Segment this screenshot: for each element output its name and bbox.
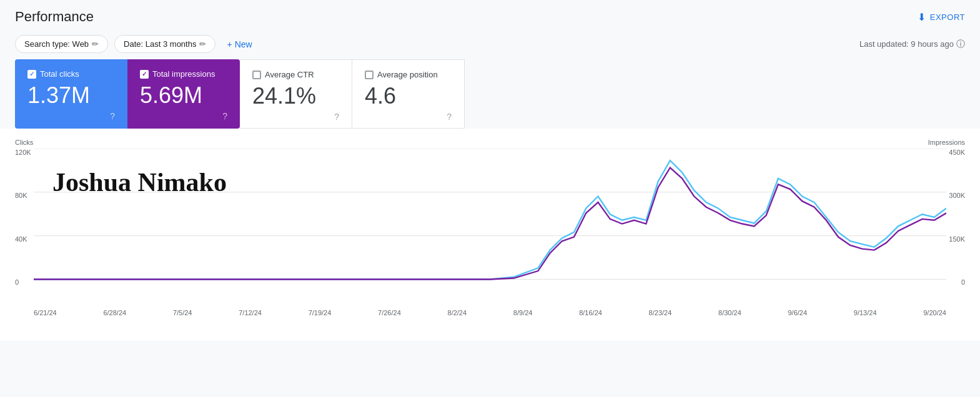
- position-label: Average position: [377, 70, 438, 79]
- export-icon: ⬇: [918, 11, 926, 23]
- average-ctr-card[interactable]: Average CTR 24.1% ?: [240, 59, 352, 129]
- header: Performance ⬇ EXPORT: [0, 0, 980, 31]
- date-chip[interactable]: Date: Last 3 months ✏: [114, 35, 215, 53]
- chart-axis-labels: Clicks Impressions: [15, 139, 965, 146]
- performance-chart: [34, 149, 946, 286]
- date-label: Date: Last 3 months: [124, 39, 196, 49]
- clicks-line: [34, 160, 946, 279]
- total-clicks-card[interactable]: Total clicks 1.37M ?: [15, 59, 127, 129]
- ctr-checkbox[interactable]: [252, 71, 261, 79]
- last-updated-text: Last updated: 9 hours ago: [859, 39, 954, 49]
- clicks-label: Total clicks: [40, 69, 79, 79]
- y-right-label: Impressions: [928, 139, 965, 146]
- position-value: 4.6: [365, 83, 452, 109]
- impressions-label: Total impressions: [152, 69, 215, 79]
- y-left-label: Clicks: [15, 139, 33, 146]
- search-type-edit-icon: ✏: [92, 39, 99, 49]
- search-type-chip[interactable]: Search type: Web ✏: [15, 35, 108, 53]
- filter-bar: Search type: Web ✏ Date: Last 3 months ✏…: [0, 31, 980, 59]
- info-icon: ⓘ: [956, 39, 965, 50]
- impressions-checkbox[interactable]: [140, 70, 149, 79]
- impressions-value: 5.69M: [140, 82, 227, 109]
- x-axis: 6/21/24 6/28/24 7/5/24 7/12/24 7/19/24 7…: [15, 309, 965, 316]
- export-label: EXPORT: [930, 12, 965, 22]
- ctr-label: Average CTR: [265, 70, 314, 79]
- last-updated: Last updated: 9 hours ago ⓘ: [859, 39, 965, 50]
- export-button[interactable]: ⬇ EXPORT: [918, 11, 965, 23]
- ctr-value: 24.1%: [252, 83, 339, 109]
- impressions-help-icon: ?: [222, 111, 227, 121]
- metrics-section: Total clicks 1.37M ? Total impressions 5…: [0, 59, 980, 129]
- date-edit-icon: ✏: [199, 39, 206, 49]
- impressions-line: [34, 168, 946, 280]
- ctr-help-icon: ?: [334, 112, 339, 122]
- y-axis-left: 120K 80K 40K 0: [15, 149, 31, 286]
- plus-icon: +: [227, 39, 232, 49]
- position-checkbox[interactable]: [365, 71, 374, 79]
- y-axis-right: 450K 300K 150K 0: [949, 149, 965, 286]
- page-title: Performance: [15, 9, 94, 25]
- position-help-icon: ?: [447, 112, 452, 122]
- new-button[interactable]: + New: [222, 36, 257, 53]
- clicks-help-icon: ?: [110, 111, 115, 121]
- total-impressions-card[interactable]: Total impressions 5.69M ?: [127, 59, 240, 129]
- clicks-checkbox[interactable]: [27, 70, 36, 79]
- clicks-value: 1.37M: [27, 82, 115, 109]
- new-label: New: [235, 39, 252, 49]
- average-position-card[interactable]: Average position 4.6 ?: [352, 59, 465, 129]
- filter-left: Search type: Web ✏ Date: Last 3 months ✏…: [15, 35, 257, 53]
- chart-area: Clicks Impressions 120K 80K 40K 0 450K 3…: [0, 129, 980, 341]
- search-type-label: Search type: Web: [24, 39, 89, 49]
